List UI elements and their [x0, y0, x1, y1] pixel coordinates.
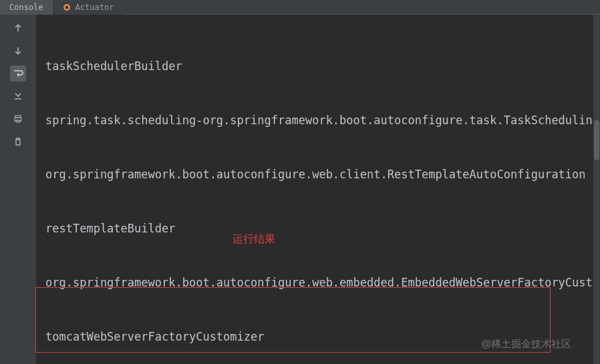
tab-console-label: Console — [9, 3, 43, 12]
scrollbar-thumb[interactable] — [594, 120, 599, 160]
console-output[interactable]: taskSchedulerBuilder spring.task.schedul… — [37, 16, 593, 364]
console-line: taskSchedulerBuilder — [45, 57, 593, 75]
console-line: org.springframework.boot.autoconfigure.w… — [45, 274, 593, 292]
watermark: @稀土掘金技术社区 — [481, 338, 571, 351]
tab-actuator-label: Actuator — [76, 3, 114, 12]
svg-point-1 — [65, 6, 67, 9]
scrollbar-track[interactable] — [593, 15, 600, 364]
console-panel: taskSchedulerBuilder spring.task.schedul… — [36, 15, 600, 364]
console-line: org.springframework.boot.autoconfigure.w… — [45, 166, 593, 184]
scroll-up-button[interactable] — [10, 20, 26, 36]
annotation-label: 运行结果 — [233, 232, 275, 246]
actuator-icon — [62, 3, 71, 12]
console-line: spring.task.scheduling-org.springframewo… — [45, 112, 593, 130]
tab-console[interactable]: Console — [0, 0, 53, 15]
scroll-to-end-button[interactable] — [10, 88, 26, 104]
scroll-down-button[interactable] — [10, 43, 26, 59]
console-gutter — [0, 15, 36, 364]
print-button[interactable] — [10, 111, 26, 127]
tab-actuator[interactable]: Actuator — [53, 0, 124, 15]
soft-wrap-button[interactable] — [10, 65, 26, 81]
console-line: restTemplateBuilder — [45, 220, 593, 238]
clear-button[interactable] — [10, 134, 26, 150]
